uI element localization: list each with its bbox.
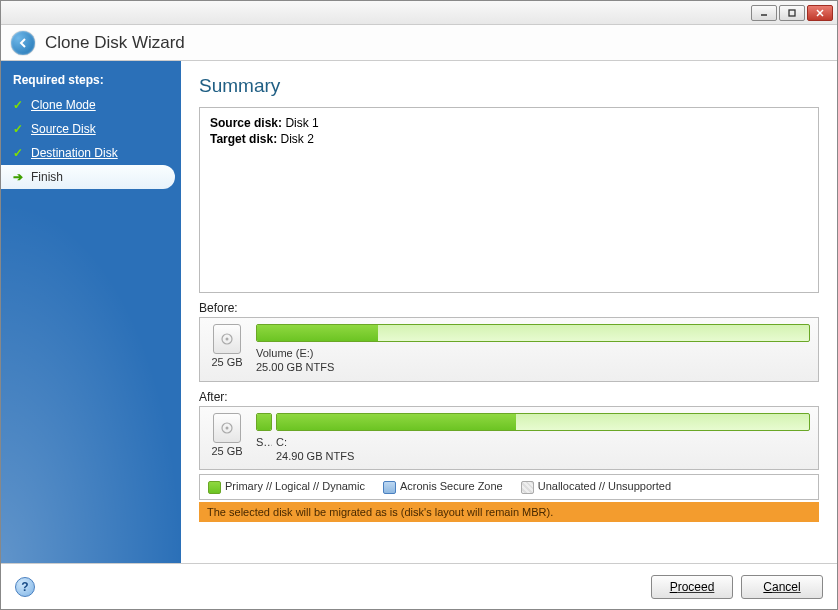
cancel-label: ancel [772,580,801,594]
step-label: Finish [31,170,63,184]
volume-bar[interactable] [276,413,810,431]
legend: Primary // Logical // Dynamic Acronis Se… [199,474,819,500]
volume-name: S... [256,436,272,448]
source-disk-value: Disk 1 [285,116,318,130]
after-disk-layout: 25 GB S... C: 24.90 [199,406,819,471]
back-button[interactable] [11,31,35,55]
help-button[interactable]: ? [15,577,35,597]
summary-info-box: Source disk: Disk 1 Target disk: Disk 2 [199,107,819,293]
target-disk-value: Disk 2 [280,132,313,146]
check-icon: ✓ [11,98,25,112]
window-title: Clone Disk Wizard [45,33,185,53]
volume-name: Volume (E:) [256,347,313,359]
titlebar [1,1,837,25]
sidebar-heading: Required steps: [1,67,181,93]
sidebar: Required steps: ✓ Clone Mode ✓ Source Di… [1,61,181,563]
legend-swatch-primary [208,481,221,494]
legend-unallocated: Unallocated // Unsupported [538,480,671,492]
after-label: After: [199,390,819,404]
volume-name: C: [276,436,287,448]
disk-total-size: 25 GB [211,356,242,368]
legend-secure: Acronis Secure Zone [400,480,503,492]
step-label: Destination Disk [31,146,118,160]
source-disk-label: Source disk: [210,116,282,130]
target-disk-label: Target disk: [210,132,277,146]
legend-primary: Primary // Logical // Dynamic [225,480,365,492]
migration-message: The selected disk will be migrated as is… [199,502,819,522]
disk-icon [213,324,241,354]
step-clone-mode[interactable]: ✓ Clone Mode [1,93,181,117]
volume-bar[interactable] [256,413,272,431]
main-panel: Summary Source disk: Disk 1 Target disk:… [181,61,837,563]
legend-swatch-unallocated [521,481,534,494]
legend-swatch-secure [383,481,396,494]
before-disk-layout: 25 GB Volume (E:) 25.00 GB NTFS [199,317,819,382]
close-button[interactable] [807,5,833,21]
svg-rect-1 [789,10,795,16]
header: Clone Disk Wizard [1,25,837,61]
arrow-icon: ➔ [11,170,25,184]
check-icon: ✓ [11,122,25,136]
svg-point-5 [226,338,229,341]
minimize-button[interactable] [751,5,777,21]
footer: ? Proceed Cancel [1,563,837,609]
proceed-button[interactable]: Proceed [651,575,733,599]
step-label: Clone Mode [31,98,96,112]
step-destination-disk[interactable]: ✓ Destination Disk [1,141,181,165]
step-label: Source Disk [31,122,96,136]
before-label: Before: [199,301,819,315]
page-title: Summary [199,75,819,97]
disk-total-size: 25 GB [211,445,242,457]
check-icon: ✓ [11,146,25,160]
volume-detail: 24.90 GB NTFS [276,450,354,462]
volume-bar[interactable] [256,324,810,342]
step-finish[interactable]: ➔ Finish [1,165,175,189]
volume-detail: 25.00 GB NTFS [256,361,334,373]
disk-icon [213,413,241,443]
cancel-button[interactable]: Cancel [741,575,823,599]
step-source-disk[interactable]: ✓ Source Disk [1,117,181,141]
svg-point-7 [226,426,229,429]
maximize-button[interactable] [779,5,805,21]
proceed-label: roceed [678,580,715,594]
